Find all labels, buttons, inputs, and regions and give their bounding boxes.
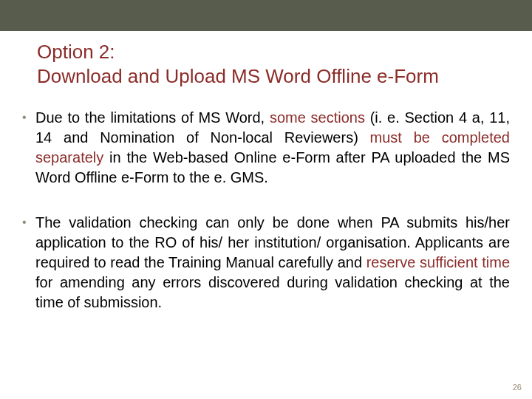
bullet-marker-icon: • <box>22 108 35 126</box>
bullet-item: • The validation checking can only be do… <box>22 213 510 313</box>
bullet-text: Due to the limitations of MS Word, some … <box>35 108 510 188</box>
slide-title: Option 2: Download and Upload MS Word Of… <box>37 40 488 88</box>
top-color-band <box>0 0 532 31</box>
title-line-1: Option 2: <box>37 40 488 64</box>
page-number: 26 <box>513 383 522 392</box>
title-line-2: Download and Upload MS Word Offline e-Fo… <box>37 64 488 89</box>
bullet-list: • Due to the limitations of MS Word, som… <box>22 108 510 338</box>
bullet-item: • Due to the limitations of MS Word, som… <box>22 108 510 188</box>
bullet-text: The validation checking can only be done… <box>35 213 510 313</box>
bullet-marker-icon: • <box>22 213 35 231</box>
slide: Option 2: Download and Upload MS Word Of… <box>0 0 532 399</box>
